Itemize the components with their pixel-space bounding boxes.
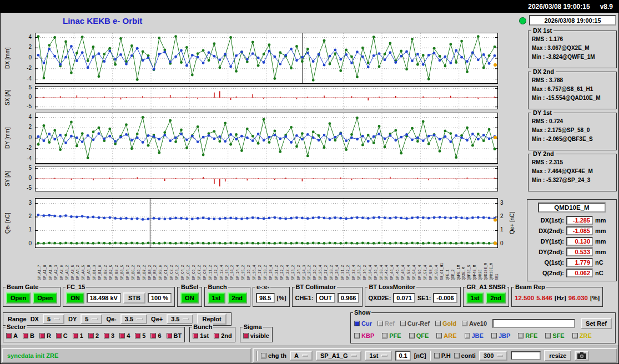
- snsr-1st-button[interactable]: 1st: [466, 292, 484, 304]
- x-axis-label: SP_15_2: [241, 265, 245, 280]
- qmd-row-value: -1.085: [566, 226, 593, 235]
- checkbox-1st[interactable]: 1st: [193, 332, 209, 339]
- checkbox-r[interactable]: R: [39, 332, 51, 339]
- checkbox-ave10[interactable]: Ave10: [462, 320, 487, 327]
- x-axis-label: QXF4E_M: [473, 265, 477, 280]
- ref-name-input[interactable]: [492, 319, 575, 328]
- x-axis-label: QMD10E_M: [490, 263, 494, 280]
- bpm-select[interactable]: SP_A1_G: [316, 351, 362, 361]
- checkbox-visible[interactable]: visible: [243, 332, 269, 339]
- busel-on-button[interactable]: ON: [180, 292, 199, 304]
- qmd-row: DY(2nd):0.533mm: [527, 246, 616, 257]
- checkbox-label: BT: [174, 332, 182, 339]
- checkbox-box: [119, 333, 125, 338]
- checkbox-6[interactable]: 6: [150, 332, 161, 339]
- range-qe-minus-select[interactable]: 3.5: [120, 314, 147, 324]
- resize-button[interactable]: resize: [544, 350, 571, 361]
- checkbox-box: [214, 333, 219, 338]
- qmd-title: QMD10E_M: [538, 203, 606, 213]
- checkbox-zre[interactable]: ZRE: [572, 332, 592, 339]
- checkbox-gold[interactable]: Gold: [435, 320, 456, 327]
- range-dy-label: DY: [68, 316, 77, 322]
- x-axis-label: SP_R0_6: [159, 265, 163, 280]
- checkbox-cur[interactable]: Cur: [354, 320, 372, 327]
- x-axis-label: SP_B3_5: [120, 265, 124, 280]
- range-qe-plus-select[interactable]: 3.5: [167, 314, 193, 324]
- checkbox-qfe[interactable]: QFE: [409, 332, 429, 339]
- x-axis-label: SP_22_2: [280, 265, 284, 280]
- checkbox-label: R: [47, 332, 51, 339]
- x-axis-label: SP_16_2: [247, 265, 251, 280]
- checkbox-4[interactable]: 4: [119, 332, 130, 339]
- checkbox-2nd[interactable]: 2nd: [214, 332, 232, 339]
- checkbox-sfe[interactable]: SFE: [545, 332, 564, 339]
- checkbox-1[interactable]: 1: [73, 332, 83, 339]
- checkbox-3[interactable]: 3: [104, 332, 114, 339]
- x-axis-label: QDE_2: [451, 269, 455, 280]
- beam-gate-open2-button[interactable]: Open: [33, 292, 57, 304]
- x-axis-label: SP_14_4: [236, 265, 240, 280]
- checkbox-b[interactable]: B: [23, 332, 34, 339]
- se1-label: SE1:: [417, 295, 431, 301]
- x-axis-label: SE1: [495, 274, 499, 280]
- checkbox-pfe[interactable]: PFE: [382, 332, 401, 339]
- checkbox-rfe[interactable]: RFE: [518, 332, 537, 339]
- x-axis-label: SP_58_4: [435, 265, 439, 280]
- beam-gate-open1-button[interactable]: Open: [6, 292, 31, 304]
- bunch-2nd-button[interactable]: 2nd: [228, 292, 248, 304]
- checkbox-kbp[interactable]: KBP: [354, 332, 374, 339]
- checkbox-jbe[interactable]: JBE: [465, 332, 484, 339]
- ph-checkbox[interactable]: P.H: [434, 352, 451, 359]
- conti-checkbox[interactable]: conti: [454, 352, 476, 359]
- checkbox-ref[interactable]: Ref: [378, 320, 395, 327]
- snsr-2nd-button[interactable]: 2nd: [486, 292, 506, 304]
- checkbox-label: Cur-Ref: [407, 320, 430, 327]
- fc15-on-button[interactable]: ON: [66, 292, 84, 304]
- camera-icon: [577, 352, 586, 359]
- x-axis-label: SP_C8_2: [203, 265, 207, 280]
- fc15-stb-button[interactable]: STB: [123, 292, 145, 304]
- checkbox-a[interactable]: A: [6, 332, 18, 339]
- checkbox-box: [135, 333, 140, 338]
- count-input[interactable]: [511, 351, 541, 360]
- x-axis-label: SP_33_2: [358, 265, 361, 280]
- option-menu-dash: [381, 355, 387, 357]
- bunch-1st-button[interactable]: 1st: [208, 292, 225, 304]
- plot-sy: SY [A] 50-5: [3, 166, 516, 191]
- checkbox-box: [354, 333, 360, 338]
- checkbox-5[interactable]: 5: [135, 332, 145, 339]
- x-axis-label: SP_44_4: [390, 265, 394, 280]
- range-dx-select[interactable]: 5: [43, 314, 64, 324]
- qmd-row: DX(1st):-1.285mm: [527, 215, 616, 225]
- checkbox-jbp[interactable]: JBP: [491, 332, 510, 339]
- count-select[interactable]: 300: [479, 351, 507, 361]
- qmd-row-label: DX(1st):: [532, 217, 564, 224]
- set-ref-button[interactable]: Set Ref: [581, 318, 612, 329]
- qmd-row-label: Q(2nd):: [532, 270, 564, 276]
- sector-select[interactable]: A: [290, 351, 313, 361]
- checkbox-2[interactable]: 2: [88, 332, 99, 339]
- checkbox-box: [88, 333, 94, 338]
- beam-rep-group: Beam Rep 12.500 5.846 [Hz] 96.030 [%]: [511, 287, 603, 307]
- sector-items: ABRC123456BT: [6, 332, 182, 339]
- checkbox-are[interactable]: ARE: [436, 332, 456, 339]
- range-dy-select[interactable]: 5: [80, 314, 102, 324]
- qmd-row: DX(2nd):-1.085mm: [527, 225, 616, 236]
- bunch-select[interactable]: 1st: [365, 351, 392, 361]
- qmd-row-unit: nC: [595, 270, 603, 276]
- checkbox-label: 1: [80, 332, 83, 339]
- screenshot-button[interactable]: [575, 351, 589, 361]
- x-axis-label: SP_C6_2: [192, 265, 196, 280]
- checkbox-c[interactable]: C: [56, 332, 68, 339]
- tick-label: -4: [27, 75, 32, 82]
- chg-th-checkbox[interactable]: chg th: [261, 352, 286, 359]
- x-axis-label: SP_38_4: [380, 265, 384, 280]
- checkbox-bt[interactable]: BT: [167, 332, 182, 339]
- status-message: syncdata init ZRE: [7, 352, 58, 359]
- checkbox-label: B: [30, 332, 34, 339]
- show-row2-items: KBPPFEQFEAREJBEJBPRFESFEZRE: [354, 332, 592, 339]
- checkbox-cur-ref[interactable]: Cur-Ref: [400, 320, 430, 327]
- replot-button[interactable]: Replot: [197, 314, 226, 325]
- x-axis-label: SP_54_4: [412, 265, 416, 280]
- x-axis-label: SP_C2_2: [170, 265, 174, 280]
